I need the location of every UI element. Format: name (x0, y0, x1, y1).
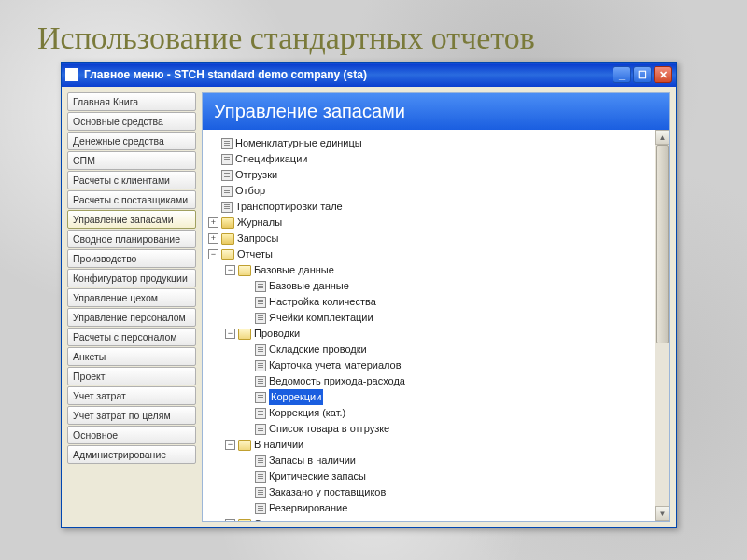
item-icon (221, 202, 233, 213)
tree-label[interactable]: Отбор (235, 183, 265, 199)
sidebar-item-12[interactable]: Расчеты с персоналом (67, 328, 196, 346)
sidebar-item-18[interactable]: Администрирование (67, 445, 196, 464)
scroll-up-button[interactable]: ▲ (655, 130, 669, 145)
sidebar-item-16[interactable]: Учет затрат по целям (67, 406, 196, 425)
folder-icon (238, 519, 251, 522)
expander-icon[interactable]: + (208, 233, 218, 244)
tree-label[interactable]: Базовые данные (269, 278, 349, 294)
panel-title: Управление запасами (203, 93, 669, 130)
tree-label[interactable]: Коррекции (269, 389, 323, 405)
sidebar-item-17[interactable]: Основное (67, 426, 196, 444)
tree-label[interactable]: Номенклатурные единицы (235, 135, 362, 151)
window-body: Главная КнигаОсновные средстваДенежные с… (62, 87, 676, 527)
tree-label[interactable]: Спецификации (235, 151, 307, 167)
expander-icon[interactable]: − (225, 265, 235, 275)
item-icon (221, 154, 233, 165)
sidebar-item-0[interactable]: Главная Книга (67, 92, 196, 111)
tree-label[interactable]: Складские проводки (269, 342, 367, 357)
item-icon (221, 138, 233, 149)
tree-view[interactable]: Номенклатурные единицыСпецификацииОтгруз… (203, 130, 669, 521)
tree-label[interactable]: Заказано у поставщиков (269, 484, 386, 500)
sidebar-item-5[interactable]: Расчеты с поставщиками (67, 190, 196, 209)
tree-label[interactable]: Резервирование (269, 500, 347, 516)
item-icon (221, 170, 233, 181)
minimize-button[interactable]: _ (613, 66, 631, 83)
window-title: Главное меню - STCH standard demo compan… (84, 68, 613, 81)
sidebar-item-2[interactable]: Денежные средства (67, 132, 196, 150)
folder-icon (238, 329, 251, 340)
sidebar-item-3[interactable]: СПМ (67, 151, 196, 170)
tree-label[interactable]: Отгрузки (235, 167, 277, 183)
tree-label[interactable]: Базовые данные (254, 262, 334, 278)
tree-label[interactable]: Статус (254, 516, 287, 521)
sidebar: Главная КнигаОсновные средстваДенежные с… (67, 92, 196, 522)
expander-icon[interactable]: + (208, 217, 218, 228)
item-icon (255, 471, 266, 483)
sidebar-item-10[interactable]: Управление цехом (67, 288, 196, 307)
item-icon (255, 297, 266, 308)
window-buttons: _ ☐ ✕ (613, 66, 672, 83)
item-icon (255, 344, 266, 356)
tree-label[interactable]: Запасы в наличии (269, 453, 356, 469)
sidebar-item-15[interactable]: Учет затрат (67, 386, 196, 405)
scroll-thumb[interactable] (656, 145, 669, 343)
folder-icon (221, 233, 234, 245)
folder-icon (221, 217, 234, 229)
tree-label[interactable]: Проводки (254, 326, 300, 342)
item-icon (255, 503, 266, 514)
tree-label[interactable]: Транспортировки тале (235, 199, 343, 215)
tree-label[interactable]: Журналы (237, 215, 282, 231)
expander-icon[interactable]: − (225, 440, 235, 450)
item-icon (255, 424, 266, 435)
sidebar-item-7[interactable]: Сводное планирование (67, 230, 196, 248)
item-icon (255, 392, 266, 403)
scroll-down-button[interactable]: ▼ (655, 506, 669, 521)
tree-label[interactable]: Настройка количества (269, 294, 376, 310)
tree-label[interactable]: Ячейки комплектации (269, 310, 374, 326)
maximize-button[interactable]: ☐ (633, 66, 652, 83)
item-icon (255, 360, 266, 371)
item-icon (255, 455, 266, 467)
item-icon (255, 281, 266, 292)
item-icon (255, 376, 266, 387)
tree-label[interactable]: Критические запасы (269, 469, 366, 484)
sidebar-item-9[interactable]: Конфигуратор продукции (67, 269, 196, 287)
folder-icon (221, 249, 234, 260)
expander-icon[interactable]: − (208, 249, 218, 259)
item-icon (255, 408, 266, 419)
vertical-scrollbar[interactable]: ▲ ▼ (655, 130, 669, 521)
sidebar-item-13[interactable]: Анкеты (67, 347, 196, 366)
titlebar: Главное меню - STCH standard demo compan… (62, 63, 676, 87)
item-icon (255, 313, 266, 324)
tree-label[interactable]: Коррекция (кат.) (269, 405, 345, 421)
expander-icon[interactable]: + (225, 519, 235, 521)
folder-icon (238, 265, 251, 276)
tree-label[interactable]: В наличии (254, 437, 303, 453)
scroll-track[interactable] (655, 145, 669, 506)
sidebar-item-6[interactable]: Управление запасами (67, 210, 196, 229)
tree-label[interactable]: Запросы (237, 231, 278, 246)
sidebar-item-14[interactable]: Проект (67, 367, 196, 385)
main-panel: Управление запасами Номенклатурные едини… (202, 92, 670, 522)
tree-label[interactable]: Карточка учета материалов (269, 357, 402, 373)
tree-label[interactable]: Список товара в отгрузке (269, 421, 389, 437)
slide-title: Использование стандартных отчетов (37, 21, 535, 56)
close-button[interactable]: ✕ (654, 66, 672, 83)
sidebar-item-8[interactable]: Производство (67, 249, 196, 268)
tree-label[interactable]: Ведомость прихода-расхода (269, 373, 405, 389)
expander-icon[interactable]: − (225, 329, 235, 339)
item-icon (255, 487, 266, 498)
sidebar-item-4[interactable]: Расчеты с клиентами (67, 171, 196, 189)
item-icon (221, 186, 233, 197)
folder-icon (238, 440, 251, 451)
app-window: Главное меню - STCH standard demo compan… (61, 62, 677, 528)
app-icon (65, 68, 78, 81)
sidebar-item-1[interactable]: Основные средства (67, 112, 196, 131)
sidebar-item-11[interactable]: Управление персоналом (67, 308, 196, 327)
tree-label[interactable]: Отчеты (237, 246, 273, 262)
